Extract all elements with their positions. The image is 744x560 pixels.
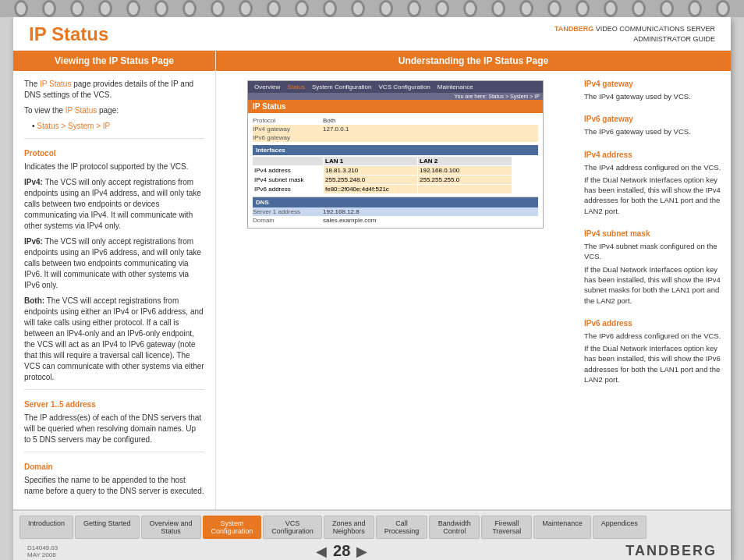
tab-getting-started[interactable]: Getting Started xyxy=(75,516,140,539)
annotation-ipv6gw-title: IPv6 gateway xyxy=(584,114,721,125)
ss-domain-row: Domain sales.example.com xyxy=(253,216,538,225)
page-title: IP Status xyxy=(29,23,108,45)
document-header: IP Status TANDBERG VIDEO COMMUNICATIONS … xyxy=(13,17,731,51)
right-panel: Understanding the IP Status Page Overvie… xyxy=(216,51,731,509)
ring xyxy=(126,0,140,17)
ss-dns-section: DNS Server 1 address 192.168.12.8 Domain… xyxy=(253,197,538,225)
ss-title: IP Status xyxy=(248,100,543,113)
ss-navbar: Overview Status System Configuration VCS… xyxy=(248,81,543,93)
prev-page-button[interactable]: ◀ xyxy=(316,543,327,560)
ring xyxy=(211,0,225,17)
ring xyxy=(42,0,56,17)
annotation-ipv4addr-text: The IPv4 address configured on the VCS. xyxy=(584,162,721,172)
tab-firewall-traversal[interactable]: FirewallTraversal xyxy=(481,516,532,539)
server-section-title: Server 1..5 address xyxy=(24,399,204,410)
ip-status-link2[interactable]: IP Status xyxy=(66,106,97,115)
ss-row1-label: IPv4 address xyxy=(253,166,323,175)
page-number: 28 xyxy=(333,542,350,560)
document: IP Status TANDBERG VIDEO COMMUNICATIONS … xyxy=(13,17,731,560)
tab-maintenance[interactable]: Maintenance xyxy=(533,516,591,539)
annotation-ipv6gw-text: The IPv6 gateway used by VCS. xyxy=(584,126,721,136)
tandberg-logo: TANDBERG xyxy=(625,543,717,559)
ring xyxy=(435,0,449,17)
ring xyxy=(604,0,618,17)
ss-ipv4gw-label: IPv4 gateway xyxy=(253,126,323,133)
annotations-panel: IPv4 gateway The IPv4 gateway used by VC… xyxy=(575,71,731,509)
left-panel: Viewing the IP Status Page The IP Status… xyxy=(13,51,216,509)
to-view-text: To view the IP Status page: xyxy=(24,105,204,116)
annotation-ipv4mask: IPv4 subnet mask The IPv4 subnet mask co… xyxy=(584,229,721,306)
annotation-ipv4addr-extra: If the Dual Network Interfaces option ke… xyxy=(584,175,721,216)
annotation-ipv4mask-extra: If the Dual Network Interfaces option ke… xyxy=(584,264,721,306)
left-panel-body: The IP Status page provides details of t… xyxy=(13,71,215,509)
ss-row2-label: IPv4 subnet mask xyxy=(253,175,323,184)
annotation-ipv4gw-text: The IPv4 gateway used by VCS. xyxy=(584,91,721,101)
ipv4-desc: IPv4: The VCS will only accept registrat… xyxy=(24,177,204,232)
domain-section-title: Domain xyxy=(24,462,204,473)
ss-protocol-value: Both xyxy=(323,117,335,124)
next-page-button[interactable]: ▶ xyxy=(356,543,367,560)
ring xyxy=(70,0,84,17)
document-meta: TANDBERG VIDEO COMMUNICATIONS SERVER ADM… xyxy=(554,24,715,44)
annotation-ipv4mask-title: IPv4 subnet mask xyxy=(584,229,721,239)
admin-guide-label: ADMINISTRATOR GUIDE xyxy=(554,34,715,44)
annotation-ipv6addr-extra: If the Dual Network Interfaces option ke… xyxy=(584,343,721,385)
ring xyxy=(576,0,590,17)
ss-row3-lan1: fe80::2f040e:4d4f:521c xyxy=(324,185,417,193)
ring xyxy=(547,0,562,17)
ring xyxy=(688,0,702,17)
ss-ipv4gw-row: IPv4 gateway 127.0.0.1 xyxy=(253,125,538,133)
tab-overview-status[interactable]: Overview andStatus xyxy=(141,516,201,539)
center-content: Overview Status System Configuration VCS… xyxy=(216,71,575,509)
ring xyxy=(716,0,730,17)
brand-name: TANDBERG xyxy=(554,25,593,33)
page-controls: ◀ 28 ▶ xyxy=(316,542,367,560)
ss-col-lan2: LAN 2 xyxy=(418,157,512,165)
annotation-ipv4mask-text: The IPv4 subnet mask configured on the V… xyxy=(584,241,721,262)
footer-nav-area: Introduction Getting Started Overview an… xyxy=(13,509,731,560)
ss-breadcrumb: You are here: Status > System > IP xyxy=(248,93,543,100)
ring xyxy=(98,0,112,17)
ss-ipv6gw-row: IPv6 gateway xyxy=(253,133,538,142)
annotation-ipv6addr-text: The IPv6 address configured on the VCS. xyxy=(584,331,721,341)
protocol-intro: Indicates the IP protocol supported by t… xyxy=(24,161,204,172)
ring xyxy=(239,0,253,17)
ss-ipv4gw-value: 127.0.0.1 xyxy=(323,126,349,133)
spiral-binding xyxy=(0,0,744,17)
ss-nav-vcscfg: VCS Configuration xyxy=(376,83,434,91)
tab-introduction[interactable]: Introduction xyxy=(19,516,73,539)
footer-nav-tabs: Introduction Getting Started Overview an… xyxy=(19,516,725,539)
ipv6-desc: IPv6: The VCS will only accept registrat… xyxy=(24,236,204,291)
ring xyxy=(295,0,309,17)
ring xyxy=(660,0,674,17)
ring xyxy=(154,0,168,17)
doc-id: D14049.03 MAY 2008 xyxy=(27,544,58,558)
ring xyxy=(519,0,533,17)
tab-call-processing[interactable]: CallProcessing xyxy=(376,516,428,539)
ip-status-link1[interactable]: IP Status xyxy=(40,80,71,88)
ss-dns-header: DNS xyxy=(253,197,538,207)
ring xyxy=(182,0,197,17)
ss-row3-lan2 xyxy=(418,185,512,193)
ring xyxy=(323,0,337,17)
ring xyxy=(407,0,421,17)
ss-row2-lan1: 255.255.248.0 xyxy=(324,175,417,184)
meta-rest: VIDEO COMMUNICATIONS SERVER xyxy=(593,25,715,33)
tab-bandwidth-control[interactable]: BandwidthControl xyxy=(429,516,480,539)
tab-appendices[interactable]: Appendices xyxy=(593,516,647,539)
ss-protocol-row: Protocol Both xyxy=(253,116,538,125)
ss-domain-label: Domain xyxy=(253,217,323,224)
ring xyxy=(463,0,477,17)
ss-row2-lan2: 255.255.255.0 xyxy=(418,175,512,184)
both-desc: Both: The VCS will accept registrations … xyxy=(24,296,204,383)
tab-zones-neighbors[interactable]: Zones andNeighbors xyxy=(324,516,374,539)
vcs-screenshot: Overview Status System Configuration VCS… xyxy=(247,80,544,229)
tab-vcs-config[interactable]: VCSConfiguration xyxy=(263,516,322,539)
annotation-ipv4gw-title: IPv4 gateway xyxy=(584,79,721,90)
ss-protocol-label: Protocol xyxy=(253,117,323,124)
tab-system-config[interactable]: SystemConfiguration xyxy=(203,516,262,539)
ring xyxy=(491,0,505,17)
nav-path: Status > System > IP xyxy=(32,121,204,132)
ss-row1-lan2: 192.168.0.100 xyxy=(418,166,512,175)
ring xyxy=(351,0,365,17)
